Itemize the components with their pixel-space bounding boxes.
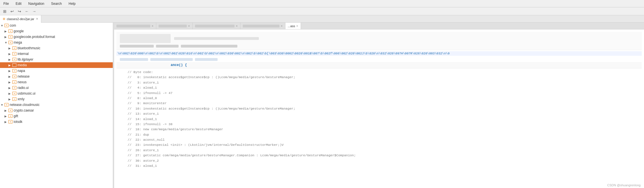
bytecode-line-17: // 30: astore_2 — [120, 158, 638, 163]
content-area: ✕ ✕ ✕ ✕ ...ass ✕ — [114, 23, 644, 188]
tree-item-media[interactable]: ▶ media — [0, 62, 113, 68]
tree-label-netease: netease — [18, 74, 30, 78]
tab-ass-close-icon[interactable]: ✕ — [296, 25, 298, 27]
pkg-icon-com — [5, 24, 8, 27]
content-tab-blurred3[interactable]: ✕ — [193, 23, 240, 29]
tree-item-google[interactable]: ▶ google — [0, 28, 113, 34]
tree-item-mega[interactable]: ▼ mega — [0, 40, 113, 45]
tree-label-napa: napa — [18, 69, 25, 73]
tree-item-gift[interactable]: ▶ gift — [0, 113, 113, 119]
bytecode-line-14: // 23: invokespecial <init> : (Lkotlin/j… — [120, 142, 638, 148]
tab2-close-icon[interactable]: ✕ — [188, 25, 190, 27]
menu-edit[interactable]: Edit — [14, 1, 23, 6]
bytecode-line-4: // 5: ifnonnull -> 47 — [120, 91, 638, 96]
bytecode-line-13: // 22: aconst_null — [120, 137, 638, 142]
main-tab-bar: ⊞ classes2-dex2jar.jar ✕ — [0, 15, 644, 23]
bytecode-line-3: // 4: aload_1 — [120, 85, 638, 90]
pkg-icon-netease — [12, 75, 16, 78]
arrow-netease-cloud: ▼ — [1, 103, 5, 106]
tree-label-bluetooth: bluetoothmusic — [18, 46, 40, 50]
bytecode-line-5: // 8: aload_0 — [120, 96, 638, 101]
pkg-icon-protobuf — [8, 35, 12, 39]
tree-item-radioui[interactable]: ▶ radio.ui — [0, 85, 113, 91]
tree-label-netease-cloud: netease.cloudmusic — [10, 103, 40, 107]
pkg-icon-libiijplayer — [12, 58, 16, 61]
menu-navigation[interactable]: Navigation — [27, 1, 45, 6]
sidebar-tree: ▼ com ▶ google ▶ googlecode.protobuf.for… — [0, 23, 113, 188]
toolbar-undo-icon[interactable]: ↩ — [9, 8, 15, 14]
main-tab-close[interactable]: ✕ — [36, 17, 38, 20]
arrow-internal: ▶ — [8, 52, 12, 55]
pkg-icon-gift — [8, 114, 12, 118]
tree-label-com: com — [10, 24, 16, 27]
toolbar: ⊞ ↩ ↪ ← → — [0, 7, 644, 15]
tree-item-libiijplayer[interactable]: ▶ lib.iijplayer — [0, 57, 113, 62]
arrow-radioui: ▶ — [8, 86, 12, 89]
pkg-icon-usbmusicui — [12, 92, 16, 95]
tree-item-internal[interactable]: ▶ internal — [0, 51, 113, 57]
tab1-close-icon[interactable]: ✕ — [151, 25, 154, 27]
arrow-bluetooth: ▶ — [8, 47, 12, 50]
tree-item-nexus[interactable]: ▶ nexus — [0, 79, 113, 85]
tree-label-iotsdk: iotsdk — [14, 120, 22, 124]
jar-icon: ⊞ — [3, 17, 5, 20]
hex-data-line: \n\002\020\000\n\002\b\n\002\002\020\016… — [116, 51, 642, 56]
arrow-media: ▶ — [8, 64, 12, 67]
toolbar-forward-icon[interactable]: → — [31, 8, 37, 14]
pkg-icon-media — [12, 63, 16, 67]
menu-search[interactable]: Search — [50, 1, 63, 6]
tree-label-media: media — [18, 63, 27, 67]
content-tab-ass[interactable]: ...ass ✕ — [285, 23, 301, 29]
arrow-napa: ▶ — [8, 69, 12, 72]
tree-item-xmly[interactable]: ▶ xmly — [0, 96, 113, 102]
tree-label-crypto: crypto.caesar — [14, 108, 34, 112]
tab3-close-icon[interactable]: ✕ — [236, 25, 238, 27]
pkg-icon-mega — [8, 41, 12, 44]
bytecode-line-10: // 15: ifnonnull -> 38 — [120, 122, 638, 127]
bytecode-line-6: // 9: monitorenter — [120, 101, 638, 106]
main-tab[interactable]: ⊞ classes2-dex2jar.jar ✕ — [0, 15, 41, 23]
toolbar-redo-icon[interactable]: ↪ — [16, 8, 23, 14]
arrow-mega: ▼ — [5, 41, 8, 44]
bytecode-line-15: // 26: astore_1 — [120, 148, 638, 153]
tree-item-napa[interactable]: ▶ napa — [0, 68, 113, 74]
pkg-icon-iotsdk — [8, 120, 12, 123]
arrow-com: ▼ — [1, 24, 5, 27]
menu-help[interactable]: Help — [68, 1, 77, 6]
menu-file[interactable]: File — [2, 1, 10, 6]
bytecode-section: // Byte code: // 0: invokestatic access$… — [116, 69, 642, 170]
toolbar-back-icon[interactable]: ← — [24, 8, 30, 14]
content-tab-blurred2[interactable]: ✕ — [156, 23, 193, 29]
bytecode-line-9: // 14: aload_1 — [120, 117, 638, 122]
arrow-xmly: ▶ — [8, 98, 12, 101]
bytecode-line-1: // 0: invokestatic access$getInstance$cp… — [120, 75, 638, 80]
arrow-nexus: ▶ — [8, 81, 12, 84]
pkg-icon-radioui — [12, 86, 16, 89]
arrow-protobuf: ▶ — [5, 35, 8, 39]
tree-item-iotsdk[interactable]: ▶ iotsdk — [0, 119, 113, 125]
tab4-close-icon[interactable]: ✕ — [281, 25, 283, 27]
bytecode-line-7: // 10: invokestatic access$getInstance$c… — [120, 106, 638, 111]
tree-item-com[interactable]: ▼ com — [0, 23, 113, 28]
pkg-icon-netease-cloud — [5, 103, 8, 106]
tree-label-internal: internal — [18, 52, 29, 56]
tree-label-mega: mega — [14, 40, 22, 44]
bytecode-line-11: // 18: new com/mega/media/gesture/Gestur… — [120, 127, 638, 132]
bytecode-line-12: // 21: dup — [120, 132, 638, 137]
tree-label-libiijplayer: lib.iijplayer — [18, 57, 33, 61]
content-tab-bar: ✕ ✕ ✕ ✕ ...ass ✕ — [114, 23, 644, 29]
tree-item-bluetooth[interactable]: ▶ bluetoothmusic — [0, 45, 113, 51]
tree-item-crypto[interactable]: ▶ crypto.caesar — [0, 108, 113, 113]
tree-item-usbmusicui[interactable]: ▶ usbmusic.ui — [0, 91, 113, 96]
pkg-icon-google — [8, 29, 12, 33]
pkg-icon-crypto — [8, 109, 12, 112]
arrow-crypto: ▶ — [5, 109, 8, 112]
code-panel[interactable]: \n\002\020\000\n\002\b\n\002\002\020\016… — [114, 29, 644, 188]
bytecode-line-18: // 31: aload_1 — [120, 163, 638, 168]
tree-item-protobuf[interactable]: ▶ googlecode.protobuf.format — [0, 34, 113, 40]
toolbar-grid-icon[interactable]: ⊞ — [2, 8, 8, 14]
content-tab-blurred1[interactable]: ✕ — [114, 23, 156, 29]
tree-item-netease[interactable]: ▶ netease — [0, 74, 113, 79]
tree-item-netease-cloud[interactable]: ▼ netease.cloudmusic — [0, 102, 113, 108]
content-tab-blurred4[interactable]: ✕ — [240, 23, 285, 29]
